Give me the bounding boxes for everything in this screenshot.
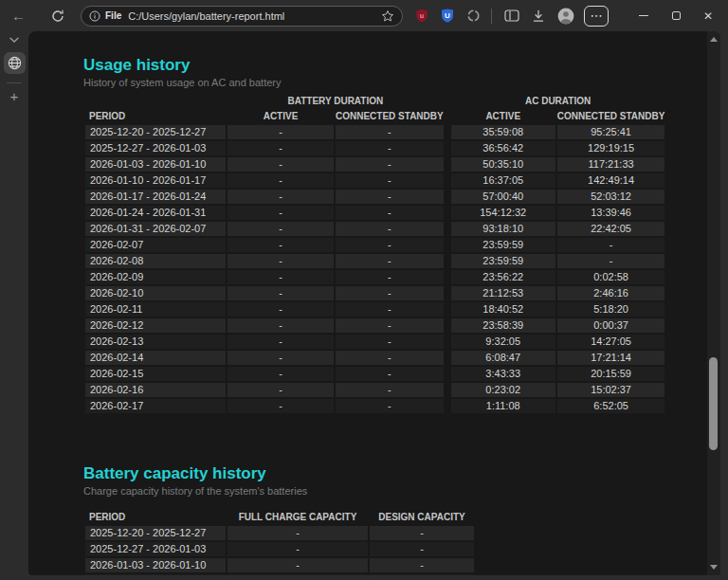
period-cell: 2026-01-03 - 2026-01-10	[85, 157, 226, 172]
table-row: 2026-01-10 - 2026-01-17--16:37:05142:49:…	[85, 173, 664, 188]
period-cell: 2026-02-10	[85, 286, 226, 300]
extension-icon[interactable]	[466, 9, 481, 23]
period-cell: 2026-02-13	[85, 335, 226, 349]
value-cell: 35:59:08	[451, 125, 555, 139]
value-cell: -	[228, 286, 334, 300]
vertical-scrollbar[interactable]	[707, 31, 720, 575]
value-cell: 23:56:22	[451, 270, 555, 284]
value-cell: -	[228, 318, 334, 333]
minimize-button[interactable]	[628, 2, 660, 30]
column-gap	[446, 335, 449, 349]
browser-toolbar: ← File C:/Users/gylan/battery-report.htm…	[0, 0, 728, 31]
col-battery-connected-standby: CONNECTED STANDBY	[336, 110, 444, 123]
value-cell: -	[228, 222, 334, 236]
value-cell: 9:32:05	[451, 335, 555, 349]
column-gap	[446, 302, 449, 317]
col-period: PERIOD	[85, 110, 226, 123]
password-manager-extension-icon[interactable]: U	[441, 9, 454, 23]
table-row: 2025-12-20 - 2025-12-27--	[85, 526, 474, 540]
table-row: 2026-02-12--23:58:390:00:37	[85, 318, 664, 333]
value-cell: -	[336, 383, 444, 397]
adblock-extension-icon[interactable]: u	[415, 9, 428, 23]
column-header-row: PERIOD ACTIVE CONNECTED STANDBY ACTIVE C…	[85, 110, 664, 123]
usage-history-table: BATTERY DURATION AC DURATION PERIOD ACTI…	[83, 93, 666, 415]
value-cell: -	[336, 173, 444, 188]
column-gap	[446, 383, 449, 397]
value-cell: -	[336, 125, 444, 139]
period-cell: 2025-12-27 - 2026-01-03	[85, 542, 226, 556]
scroll-up-arrow[interactable]	[710, 37, 718, 42]
table-row: 2026-02-08--23:59:59-	[85, 254, 664, 268]
col-design-capacity: DESIGN CAPACITY	[370, 511, 474, 524]
downloads-icon[interactable]	[532, 9, 545, 23]
scrollbar-thumb[interactable]	[709, 357, 718, 450]
maximize-button[interactable]	[660, 2, 692, 30]
battery-duration-group-header: BATTERY DURATION	[228, 95, 444, 108]
value-cell: 21:12:53	[451, 286, 555, 300]
period-cell: 2026-01-10 - 2026-01-17	[85, 574, 226, 575]
table-row: 2025-12-27 - 2026-01-03--36:56:42129:19:…	[85, 141, 664, 155]
value-cell: -	[336, 318, 444, 333]
column-gap	[446, 318, 449, 333]
period-cell: 2026-02-11	[85, 302, 226, 317]
value-cell: 1:11:08	[451, 399, 555, 413]
value-cell: -	[370, 558, 474, 572]
column-gap	[446, 222, 449, 236]
page-content: Usage history History of system usage on…	[28, 31, 720, 575]
rail-divider	[7, 82, 22, 83]
active-tab-button[interactable]	[4, 52, 26, 74]
col-full-charge-capacity: FULL CHARGE CAPACITY	[228, 511, 368, 524]
value-cell: -	[228, 558, 368, 572]
table-row: 2026-02-10--21:12:532:46:16	[85, 286, 664, 300]
value-cell: -	[228, 351, 334, 365]
close-button[interactable]: ✕	[692, 2, 724, 30]
value-cell: -	[336, 141, 444, 155]
table-row: 2026-02-07--23:59:59-	[85, 238, 664, 252]
globe-icon	[8, 56, 22, 70]
url-scheme-label: File	[105, 10, 121, 21]
period-cell: 2026-02-14	[85, 351, 226, 365]
value-cell: -	[228, 383, 334, 397]
value-cell: 0:00:37	[557, 318, 665, 333]
value-cell: 20:15:59	[557, 367, 665, 381]
value-cell: 16:37:05	[451, 173, 555, 188]
value-cell: 6:08:47	[451, 351, 555, 365]
value-cell: -	[557, 254, 665, 268]
value-cell: 154:12:32	[451, 206, 555, 220]
value-cell: 14:27:05	[557, 335, 665, 349]
value-cell: 13:39:46	[557, 206, 665, 220]
table-row: 2026-02-15--3:43:3320:15:59	[85, 367, 664, 381]
chevron-down-icon[interactable]	[9, 36, 20, 44]
app-menu-button[interactable]: ⋯	[584, 6, 609, 27]
col-battery-active: ACTIVE	[228, 110, 334, 123]
battery-capacity-title: Battery capacity history	[83, 464, 720, 483]
value-cell: 23:59:59	[451, 254, 555, 268]
table-row: 2026-01-03 - 2026-01-10--	[85, 558, 474, 572]
table-row: 2026-01-24 - 2026-01-31--154:12:3213:39:…	[85, 206, 664, 220]
period-cell: 2026-01-17 - 2026-01-24	[85, 190, 226, 204]
sidebar-toggle-icon[interactable]	[504, 9, 519, 22]
value-cell: -	[228, 206, 334, 220]
address-bar[interactable]: File C:/Users/gylan/battery-report.html	[81, 6, 403, 27]
value-cell: 22:42:05	[557, 222, 665, 236]
column-gap	[446, 254, 449, 268]
table-row: 2025-12-20 - 2025-12-27--35:59:0895:25:4…	[85, 125, 664, 139]
ac-duration-group-header: AC DURATION	[451, 95, 665, 108]
refresh-button[interactable]	[51, 9, 64, 23]
bookmark-star-icon[interactable]	[381, 9, 394, 23]
new-tab-button[interactable]: +	[10, 88, 19, 104]
column-gap	[446, 399, 449, 413]
info-icon[interactable]	[89, 10, 100, 22]
svg-text:u: u	[420, 12, 424, 19]
scroll-down-arrow[interactable]	[710, 565, 718, 570]
value-cell: -	[228, 335, 334, 349]
back-button[interactable]: ←	[11, 8, 26, 24]
window-controls: ✕	[628, 2, 728, 30]
value-cell: 57:00:40	[451, 190, 555, 204]
value-cell: -	[228, 254, 334, 268]
value-cell: -	[336, 351, 444, 365]
period-cell: 2026-01-10 - 2026-01-17	[85, 173, 226, 188]
value-cell: -	[336, 157, 444, 172]
column-header-row: PERIOD FULL CHARGE CAPACITY DESIGN CAPAC…	[85, 511, 474, 524]
profile-avatar[interactable]	[557, 8, 574, 25]
